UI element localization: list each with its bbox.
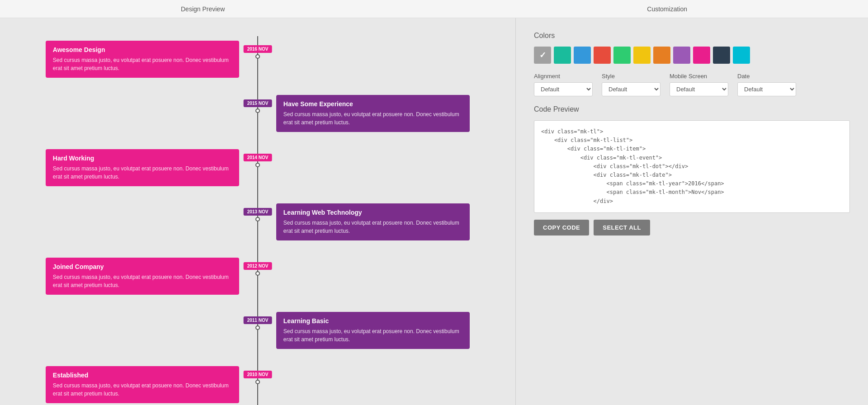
timeline-dot-4: [255, 217, 260, 221]
timeline-dot-2: [255, 108, 260, 113]
code-preview-box[interactable]: <div class="mk-tl"> <div class="mk-tl-li…: [534, 120, 850, 213]
timeline-dot-5: [255, 271, 260, 276]
timeline-dot-3: [255, 163, 260, 167]
timeline-date-5: 2012 NOV: [244, 262, 272, 270]
style-select[interactable]: Default Style 1 Style 2: [602, 82, 660, 96]
color-swatch-orange[interactable]: [653, 47, 670, 64]
timeline-content-3: Hard Working Sed cursus massa justo, eu …: [46, 149, 239, 186]
design-preview-panel: 2016 NOV Awesome Design Sed cursus massa…: [0, 18, 515, 405]
timeline-item: 2013 NOV Learning Web Technology Sed cur…: [27, 203, 488, 244]
code-content: <div class="mk-tl"> <div class="mk-tl-li…: [541, 128, 724, 204]
timeline-content-4: Learning Web Technology Sed cursus massa…: [276, 203, 470, 240]
timeline-item: 2011 NOV Learning Basic Sed cursus massa…: [27, 312, 488, 353]
color-swatch-green[interactable]: [613, 47, 631, 64]
code-buttons: COPY CODE SELECT ALL: [534, 220, 850, 235]
select-all-button[interactable]: SELECT ALL: [594, 220, 650, 235]
timeline-date-1: 2016 NOV: [244, 45, 272, 53]
timeline-title-6: Learning Basic: [283, 317, 462, 325]
customization-title: Customization: [647, 5, 687, 13]
timeline-item: 2014 NOV Hard Working Sed cursus massa j…: [27, 149, 488, 190]
copy-code-button[interactable]: COPY CODE: [534, 220, 589, 235]
date-label: Date: [737, 73, 796, 80]
timeline-content-5: Joined Company Sed cursus massa justo, e…: [46, 258, 239, 295]
code-preview-label: Code Preview: [534, 105, 850, 113]
timeline-content-1: Awesome Design Sed cursus massa justo, e…: [46, 41, 239, 78]
timeline-date-6: 2011 NOV: [244, 316, 272, 324]
date-group: Date Default Yes No: [737, 73, 796, 96]
timeline-date-2: 2015 NOV: [244, 99, 272, 107]
timeline-item: 2012 NOV Joined Company Sed cursus massa…: [27, 258, 488, 298]
color-swatch-pink[interactable]: [693, 47, 710, 64]
timeline-date-7: 2010 NOV: [244, 371, 272, 378]
mobile-screen-label: Mobile Screen: [670, 73, 728, 80]
timeline-dot-6: [255, 325, 260, 330]
color-swatch-teal[interactable]: [554, 47, 571, 64]
timeline-content-6: Learning Basic Sed cursus massa justo, e…: [276, 312, 470, 349]
alignment-select[interactable]: Default Left Right Center: [534, 82, 593, 96]
timeline-body-1: Sed cursus massa justo, eu volutpat erat…: [53, 56, 232, 72]
timeline-body-5: Sed cursus massa justo, eu volutpat erat…: [53, 273, 232, 289]
timeline-body-6: Sed cursus massa justo, eu volutpat erat…: [283, 327, 462, 344]
timeline: 2016 NOV Awesome Design Sed cursus massa…: [27, 36, 488, 405]
timeline-title-5: Joined Company: [53, 263, 232, 270]
timeline-body-3: Sed cursus massa justo, eu volutpat erat…: [53, 165, 232, 181]
timeline-content-7: Established Sed cursus massa justo, eu v…: [46, 366, 239, 403]
customization-panel: Colors Alignment Default Le: [515, 18, 868, 405]
timeline-date-4: 2013 NOV: [244, 208, 272, 216]
alignment-group: Alignment Default Left Right Center: [534, 73, 593, 96]
colors-section: Colors: [534, 32, 850, 64]
timeline-item: 2016 NOV Awesome Design Sed cursus massa…: [27, 41, 488, 81]
timeline-body-4: Sed cursus massa justo, eu volutpat erat…: [283, 219, 462, 235]
timeline-item: 2010 NOV Established Sed cursus massa ju…: [27, 366, 488, 405]
color-swatch-dark[interactable]: [713, 47, 730, 64]
mobile-screen-group: Mobile Screen Default Yes No: [670, 73, 728, 96]
timeline-content-2: Have Some Experience Sed cursus massa ju…: [276, 95, 470, 132]
timeline-dot-1: [255, 54, 260, 59]
timeline-date-3: 2014 NOV: [244, 154, 272, 161]
timeline-item: 2015 NOV Have Some Experience Sed cursus…: [27, 95, 488, 136]
color-swatch-purple[interactable]: [673, 47, 690, 64]
header: Design Preview Customization: [0, 0, 868, 18]
style-group: Style Default Style 1 Style 2: [602, 73, 660, 96]
color-swatch-yellow[interactable]: [633, 47, 651, 64]
timeline-title-4: Learning Web Technology: [283, 209, 462, 216]
alignment-label: Alignment: [534, 73, 593, 80]
style-label: Style: [602, 73, 660, 80]
colors-label: Colors: [534, 32, 850, 40]
timeline-body-7: Sed cursus massa justo, eu volutpat erat…: [53, 381, 232, 398]
mobile-screen-select[interactable]: Default Yes No: [670, 82, 728, 96]
timeline-title-1: Awesome Design: [53, 46, 232, 53]
design-preview-title: Design Preview: [181, 5, 225, 13]
main-layout: 2016 NOV Awesome Design Sed cursus massa…: [0, 18, 868, 405]
timeline-title-2: Have Some Experience: [283, 100, 462, 108]
timeline-dot-7: [255, 380, 260, 384]
timeline-title-3: Hard Working: [53, 155, 232, 162]
color-swatch-blue[interactable]: [574, 47, 591, 64]
date-select[interactable]: Default Yes No: [737, 82, 796, 96]
timeline-body-2: Sed cursus massa justo, eu volutpat erat…: [283, 110, 462, 127]
dropdowns-section: Alignment Default Left Right Center Styl…: [534, 73, 850, 96]
color-swatch-cyan[interactable]: [733, 47, 750, 64]
code-preview-section: Code Preview <div class="mk-tl"> <div cl…: [534, 105, 850, 235]
color-swatch-red[interactable]: [594, 47, 611, 64]
color-swatch-gray[interactable]: [534, 47, 551, 64]
color-swatches: [534, 47, 850, 64]
timeline-title-7: Established: [53, 372, 232, 379]
